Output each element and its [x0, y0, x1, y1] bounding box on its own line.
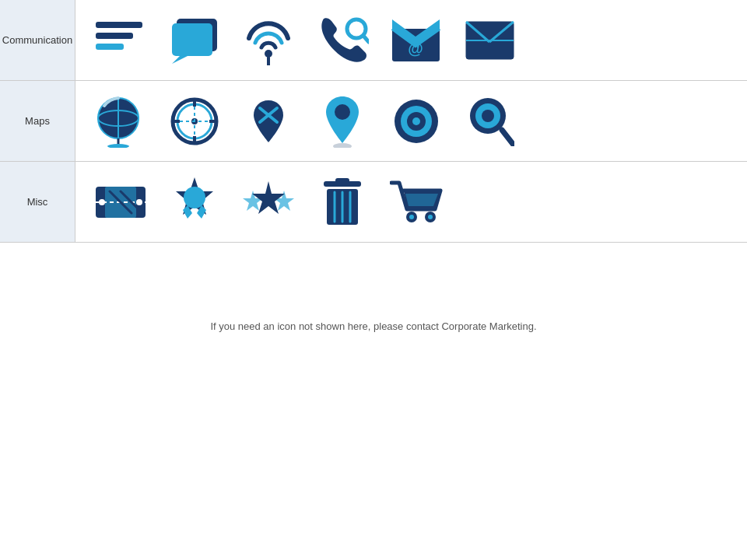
footer-message: If you need an icon not shown here, plea…: [210, 320, 536, 332]
svg-point-34: [335, 104, 350, 120]
icon-grid: Communication: [0, 0, 747, 243]
globe-icon-cell[interactable]: [83, 89, 157, 153]
svg-rect-1: [96, 33, 133, 39]
svg-line-9: [363, 36, 369, 42]
mail-open-icon-cell[interactable]: @: [379, 8, 453, 72]
svg-point-66: [428, 215, 433, 219]
footer-text: If you need an icon not shown here, plea…: [0, 289, 747, 363]
phone-search-icon-cell[interactable]: [305, 8, 379, 72]
stars-rating-icon: [242, 180, 295, 225]
svg-point-21: [107, 144, 129, 148]
location-pin-icon-cell[interactable]: [305, 89, 379, 153]
misc-label: Misc: [0, 162, 75, 242]
location-flag-icon-cell[interactable]: [231, 89, 305, 153]
svg-rect-58: [335, 178, 349, 183]
shopping-cart-icon-cell[interactable]: [379, 170, 453, 234]
bullseye-icon-cell[interactable]: [379, 89, 453, 153]
svg-rect-0: [96, 22, 142, 28]
phone-search-icon: [316, 15, 369, 65]
svg-marker-54: [243, 191, 263, 211]
maps-row: Maps: [0, 81, 747, 162]
ticket-icon-cell[interactable]: [83, 170, 157, 234]
speech-bubble-icon: [170, 17, 219, 64]
maps-label: Maps: [0, 81, 75, 161]
bullseye-icon: [393, 98, 440, 145]
svg-point-33: [333, 143, 352, 148]
misc-row: Misc: [0, 162, 747, 243]
mail-closed-icon: [465, 20, 515, 61]
svg-marker-5: [172, 56, 188, 64]
chat-lines-icon-cell[interactable]: [83, 8, 157, 72]
svg-marker-55: [274, 191, 294, 211]
trash-bin-icon-cell[interactable]: [305, 170, 379, 234]
communication-icons: @: [75, 0, 535, 80]
misc-icons: [75, 162, 461, 242]
svg-line-42: [502, 130, 513, 144]
svg-point-41: [482, 110, 494, 122]
svg-point-47: [136, 199, 142, 205]
trash-bin-icon: [322, 177, 363, 227]
signal-icon-cell[interactable]: [231, 8, 305, 72]
magnifier-icon-cell[interactable]: [453, 89, 527, 153]
award-badge-icon-cell[interactable]: [157, 170, 231, 234]
location-flag-icon: [244, 97, 293, 145]
svg-point-51: [184, 187, 205, 208]
mail-open-icon: @: [391, 18, 441, 63]
mail-closed-icon-cell[interactable]: [453, 8, 527, 72]
svg-point-64: [409, 215, 414, 219]
globe-icon: [96, 95, 145, 148]
stars-rating-icon-cell[interactable]: [231, 170, 305, 234]
communication-label: Communication: [0, 0, 75, 80]
signal-wifi-icon: [246, 15, 291, 65]
svg-rect-2: [96, 44, 124, 50]
communication-row: Communication: [0, 0, 747, 81]
compass-icon-cell[interactable]: [157, 89, 231, 153]
award-badge-icon: [172, 176, 217, 229]
magnifier-icon: [466, 96, 514, 146]
svg-rect-4: [172, 23, 212, 56]
svg-point-46: [99, 199, 105, 205]
location-pin-icon: [323, 95, 362, 148]
shopping-cart-icon: [390, 180, 443, 225]
speech-bubble-icon-cell[interactable]: [157, 8, 231, 72]
maps-icons: [75, 81, 535, 161]
compass-icon: [170, 97, 219, 145]
svg-point-38: [412, 117, 420, 125]
svg-text:@: @: [408, 40, 423, 57]
ticket-icon: [94, 180, 147, 223]
chat-lines-icon: [94, 19, 147, 61]
